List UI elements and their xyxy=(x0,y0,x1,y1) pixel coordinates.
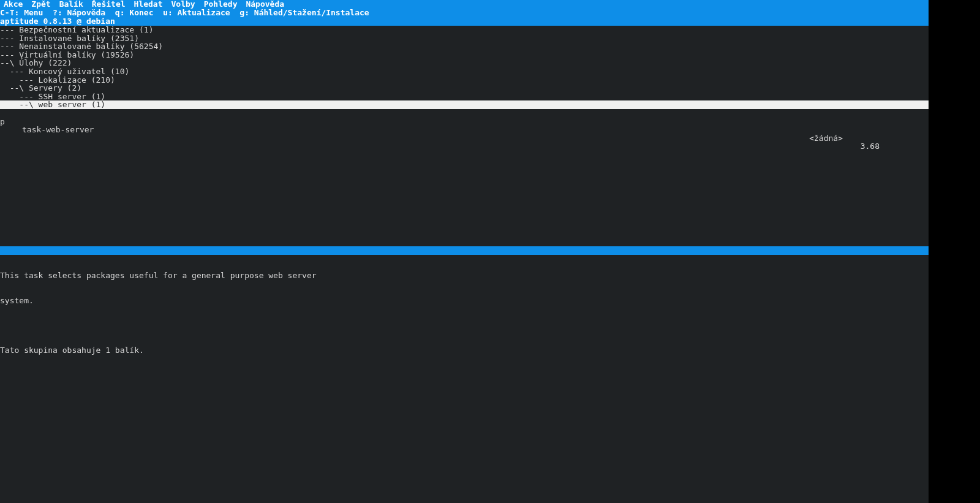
menu-bar[interactable]: Akce Zpět Balík Řešitel Hledat Volby Poh… xyxy=(0,0,929,9)
description-line: This task selects packages useful for a … xyxy=(0,271,929,280)
package-candidate-version: 3.68 xyxy=(861,142,880,151)
tree-row[interactable]: --- Nenainstalované balíky (56254) xyxy=(0,42,929,51)
right-gutter xyxy=(929,0,980,503)
package-tree[interactable]: --- Bezpečnostní aktualizace (1) --- Ins… xyxy=(0,26,929,118)
tree-row[interactable]: --- Bezpečnostní aktualizace (1) xyxy=(0,26,929,34)
description-pane: This task selects packages useful for a … xyxy=(0,255,929,371)
upper-pane-spacer xyxy=(0,118,929,246)
package-row[interactable]: p task-web-server <žádná> 3.68 xyxy=(0,109,929,118)
tree-row[interactable]: --- Koncový uživatel (10) xyxy=(0,67,929,76)
title-text: aptitude 0.8.13 @ debian xyxy=(0,17,115,26)
menu-volby[interactable]: Volby xyxy=(172,0,195,9)
menu-balik[interactable]: Balík xyxy=(59,0,83,9)
pane-divider xyxy=(0,246,929,255)
menu-resitel[interactable]: Řešitel xyxy=(92,0,126,9)
package-available-version: <žádná> xyxy=(809,134,843,143)
tree-row[interactable]: --- Instalované balíky (2351) xyxy=(0,34,929,43)
title-bar: aptitude 0.8.13 @ debian xyxy=(0,17,929,26)
menu-akce[interactable]: Akce xyxy=(4,0,23,9)
package-status: p xyxy=(0,118,5,126)
tree-row[interactable]: --- SSH server (1) xyxy=(0,93,929,101)
tree-row-selected[interactable]: --\ web server (1) xyxy=(0,100,929,109)
description-line: Tato skupina obsahuje 1 balík. xyxy=(0,346,929,355)
tree-row[interactable]: --- Virtuální balíky (19526) xyxy=(0,51,929,59)
tree-row[interactable]: --\ Servery (2) xyxy=(0,84,929,93)
tree-row[interactable]: --- Lokalizace (210) xyxy=(0,76,929,85)
hints-text: C-T: Menu ?: Nápověda q: Konec u: Aktual… xyxy=(0,9,369,17)
keyboard-hints: C-T: Menu ?: Nápověda q: Konec u: Aktual… xyxy=(0,9,929,17)
description-line: system. xyxy=(0,297,929,305)
tree-row[interactable]: --\ Úlohy (222) xyxy=(0,59,929,67)
menu-pohledy[interactable]: Pohledy xyxy=(204,0,238,9)
menu-zpet[interactable]: Zpět xyxy=(31,0,50,9)
description-line xyxy=(0,321,929,330)
menu-napoveda[interactable]: Nápověda xyxy=(246,0,284,9)
top-header: Akce Zpět Balík Řešitel Hledat Volby Poh… xyxy=(0,0,929,26)
aptitude-terminal: Akce Zpět Balík Řešitel Hledat Volby Poh… xyxy=(0,0,929,503)
package-name: task-web-server xyxy=(22,126,94,134)
menu-hledat[interactable]: Hledat xyxy=(134,0,163,9)
